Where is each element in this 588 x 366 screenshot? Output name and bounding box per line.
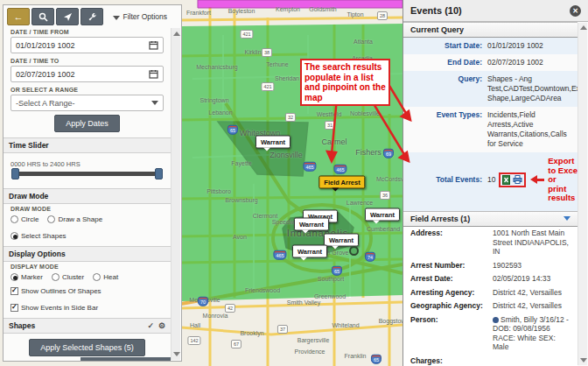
town-label: Greenwood — [314, 293, 346, 299]
route-shield: 65 — [228, 125, 238, 135]
events-panel: Events (10) ✕ Current Query Start Date:0… — [402, 0, 588, 366]
warrant-marker[interactable]: Warrant — [256, 136, 290, 149]
town-label: Brownsburg — [225, 197, 257, 203]
route-shield: 37 — [277, 325, 288, 334]
scroll-down-icon[interactable] — [580, 358, 587, 362]
sidebar-toolbar: ← Filter Options — [4, 5, 171, 27]
town-label: Zionsville — [270, 151, 303, 159]
town-label: Lebanon — [208, 109, 232, 116]
row-value: District 42, Versailles — [493, 301, 572, 311]
town-label: Lawrence — [346, 200, 373, 206]
warrant-marker[interactable]: Warrant — [292, 245, 327, 258]
row-label: Person: — [410, 315, 487, 352]
back-button[interactable]: ← — [7, 8, 30, 25]
time-slider-handle-end[interactable] — [155, 168, 163, 179]
field-arrest-row: Address:1001 North East Main Street INDI… — [403, 227, 578, 259]
town-label: Smith Valley — [287, 299, 320, 306]
field-arrests-header[interactable]: Field Arrests (1) — [403, 211, 578, 227]
row-label: Arrest Number: — [410, 261, 487, 271]
route-shield: 421 — [240, 30, 253, 39]
event-circle-marker[interactable] — [349, 246, 359, 256]
tools-button[interactable] — [80, 8, 103, 25]
warrant-marker[interactable]: Warrant — [294, 218, 329, 231]
route-shield: 465 — [273, 250, 286, 260]
display-checkbox[interactable]: Show Events in Side Bar — [10, 304, 98, 312]
range-select[interactable]: -Select A Range- — [10, 95, 164, 111]
display-mode-radio[interactable]: Cluster — [52, 273, 84, 281]
search-button[interactable] — [32, 8, 54, 25]
draw-mode-label: Draw Mode — [4, 204, 171, 213]
display-mode-radio[interactable]: Heat — [93, 273, 118, 281]
excel-export-icon[interactable] — [502, 175, 510, 185]
query-row: Start Date:01/01/2019 1002 — [403, 38, 578, 54]
events-title: Events (10) — [410, 5, 462, 16]
events-scrollbar[interactable] — [578, 23, 587, 365]
check-all-icon[interactable]: ✓ — [147, 321, 154, 330]
route-shield: 31 — [325, 121, 335, 130]
town-label: Franklin — [345, 353, 367, 359]
row-label: Geographic Agency: — [410, 301, 487, 311]
section-display-options: Display Options — [4, 246, 171, 262]
time-slider-handle-start[interactable] — [11, 168, 19, 179]
date-from-field[interactable]: 01/01/2019 1002 — [10, 37, 164, 53]
town-label: Whiteland — [332, 322, 359, 328]
scroll-up-icon[interactable] — [173, 32, 180, 36]
row-value: Shapes - Ang Test,CADTest,Downtown,Examp… — [487, 74, 578, 103]
town-label: Goldsmith — [309, 6, 337, 12]
town-label: Mechanicsburg — [196, 64, 237, 70]
print-icon[interactable] — [513, 175, 522, 184]
route-shield: 67 — [231, 340, 242, 348]
time-slider-range-label: 0000 HRS to 2400 HRS — [10, 160, 164, 168]
back-icon: ← — [14, 11, 24, 22]
row-label: Total Events: — [405, 175, 482, 185]
town-label: Sheridan — [275, 75, 299, 81]
draw-mode-radio[interactable]: Select Shapes — [10, 232, 66, 240]
scroll-down-icon[interactable] — [173, 352, 180, 356]
town-label: Kirklin — [244, 49, 261, 55]
locate-button[interactable] — [56, 8, 79, 25]
town-label: Kempton — [276, 6, 300, 12]
warrant-marker[interactable]: Warrant — [365, 208, 400, 222]
row-value: 02/05/2019 14:33 — [493, 274, 572, 284]
apply-button-partial[interactable] — [80, 357, 171, 361]
route-shield: 74 — [365, 252, 375, 262]
town-label: Westfield — [317, 111, 342, 117]
range-label: Or Select A Range — [4, 85, 171, 94]
route-shield: 32 — [285, 113, 296, 122]
total-events-row: Total Events: 10 Export to Excel orprint… — [403, 152, 578, 211]
sidebar-scrollbar[interactable] — [171, 28, 180, 360]
scroll-up-icon[interactable] — [580, 25, 587, 30]
draw-mode-radio[interactable]: Draw a Shape — [47, 215, 102, 223]
query-row: End Date:02/07/2019 1002 — [403, 54, 578, 71]
warrant-marker[interactable]: Warrant — [324, 234, 359, 247]
route-shield: 465 — [333, 165, 346, 174]
gear-icon[interactable]: ⚙ — [158, 321, 165, 330]
query-row: Event Types:Incidents,Field Arrests,Acti… — [403, 107, 578, 152]
field-arrest-row: Person:Smith, Billy 3/16/12 - DOB: 09/08… — [403, 313, 578, 354]
calendar-icon[interactable] — [149, 40, 158, 50]
range-value: -Select A Range- — [16, 99, 75, 108]
row-value: Incidents,Field Arrests,Active Warrants,… — [487, 110, 572, 149]
row-value: 02/07/2019 1002 — [487, 58, 572, 67]
town-label: Carmel — [321, 137, 346, 146]
town-label: Boyleston — [228, 8, 256, 14]
time-slider[interactable] — [12, 172, 162, 176]
checkbox-label: Show Outlines Of Shapes — [21, 287, 102, 295]
filter-options-dropdown[interactable]: Filter Options — [113, 12, 167, 21]
field-arrest-marker[interactable]: Field Arrest — [318, 176, 365, 189]
field-arrest-row: Charges: — [403, 354, 578, 366]
field-arrest-row: Arrest Date:02/05/2019 14:33 — [403, 272, 578, 286]
date-from-value: 01/01/2019 1002 — [16, 41, 75, 50]
display-checkbox[interactable]: Show Outlines Of Shapes — [10, 287, 102, 295]
date-to-field[interactable]: 02/07/2019 1002 — [10, 66, 164, 82]
collapse-icon[interactable] — [564, 216, 570, 221]
radio-label: Circle — [21, 215, 38, 223]
date-to-label: Date / Time To — [4, 56, 171, 65]
apply-dates-button[interactable]: Apply Dates — [54, 115, 120, 132]
calendar-icon[interactable] — [149, 69, 158, 79]
draw-mode-radio[interactable]: Circle — [10, 215, 38, 223]
section-shapes: Shapes ✓⚙ — [4, 318, 171, 334]
display-mode-radio[interactable]: Marker — [10, 273, 43, 281]
close-icon[interactable]: ✕ — [570, 5, 581, 17]
apply-shapes-button[interactable]: Apply Selected Shapes (5) — [29, 339, 145, 356]
